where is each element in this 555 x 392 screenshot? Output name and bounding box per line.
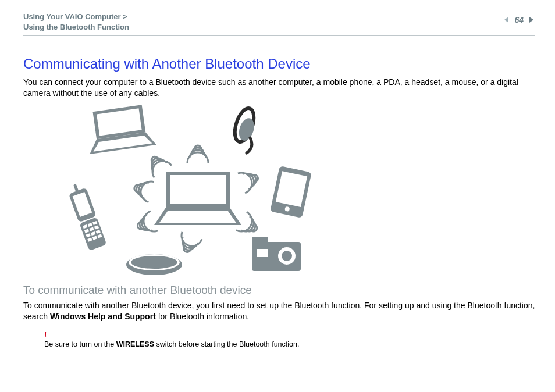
svg-marker-5: [159, 211, 236, 223]
subsection-heading: To communicate with another Bluetooth de…: [23, 284, 535, 297]
note-bold: WIRELESS: [116, 340, 154, 348]
body-bold: Windows Help and Support: [50, 312, 156, 321]
page-number: 64: [514, 15, 524, 24]
laptop-icon: [84, 105, 156, 154]
svg-marker-4: [170, 175, 226, 204]
svg-marker-0: [504, 17, 508, 23]
svg-point-22: [131, 256, 177, 269]
warning-note: ! Be sure to turn on the WIRELESS switch…: [44, 330, 535, 349]
breadcrumb-line-2: Using the Bluetooth Function: [23, 23, 129, 31]
subsection-body: To communicate with another Bluetooth de…: [23, 300, 535, 322]
center-laptop-icon: [154, 172, 241, 225]
pda-icon: [270, 166, 311, 218]
svg-point-18: [282, 251, 292, 261]
document-page: Using Your VAIO Computer > Using the Blu…: [0, 0, 555, 392]
note-post: switch before starting the Bluetooth fun…: [154, 340, 299, 348]
warning-icon: !: [44, 330, 535, 340]
page-content: Communicating with Another Bluetooth Dev…: [23, 36, 535, 349]
headset-icon: [231, 106, 257, 153]
svg-rect-19: [257, 249, 268, 257]
intro-paragraph: You can connect your computer to a Bluet…: [23, 77, 535, 99]
note-pre: Be sure to turn on the: [44, 340, 116, 348]
breadcrumb-line-1: Using Your VAIO Computer >: [23, 12, 127, 21]
svg-marker-1: [529, 17, 533, 23]
mouse-icon: [126, 254, 182, 275]
flip-phone-icon: [66, 181, 107, 251]
next-page-icon[interactable]: [527, 16, 535, 24]
section-title: Communicating with Another Bluetooth Dev…: [23, 56, 535, 72]
breadcrumb: Using Your VAIO Computer > Using the Blu…: [23, 12, 129, 32]
previous-page-icon[interactable]: [503, 16, 511, 24]
page-navigator: 64: [503, 15, 535, 24]
svg-rect-38: [73, 184, 79, 193]
svg-rect-16: [252, 237, 268, 243]
body-post: for Bluetooth information.: [156, 312, 249, 321]
bluetooth-diagram: [47, 105, 349, 279]
page-header: Using Your VAIO Computer > Using the Blu…: [23, 12, 535, 36]
camera-icon: [252, 237, 301, 271]
